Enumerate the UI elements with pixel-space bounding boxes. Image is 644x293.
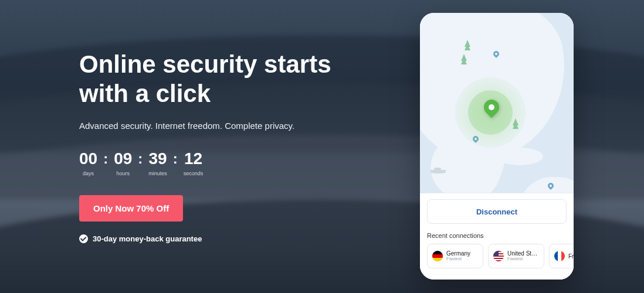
countdown-days-value: 00 [79,151,97,167]
countdown-minutes: 39 minutes [148,151,167,176]
guarantee-text: 30-day money-back guarantee [93,234,202,243]
connection-name: Fra [568,253,574,260]
countdown-separator: : [103,151,108,166]
countdown-separator: : [138,151,143,166]
connection-sub: Fastest [446,257,470,262]
countdown-separator: : [173,151,178,166]
boat-icon [431,170,446,173]
countdown-days: 00 days [79,151,97,176]
cta-button[interactable]: Only Now 70% Off [79,195,183,222]
recent-connections-row: Germany Fastest United St… Fastest Fra [427,244,567,268]
connection-item-germany[interactable]: Germany Fastest [427,244,483,268]
recent-connections-label: Recent connections [427,232,567,239]
tree-icon [465,40,470,47]
flag-france-icon [554,251,565,261]
flag-germany-icon [432,251,443,261]
connection-item-france[interactable]: Fra [549,244,574,268]
countdown-hours-label: hours [116,171,130,176]
countdown-seconds: 12 seconds [184,151,204,176]
countdown-hours: 09 hours [114,151,132,176]
connection-item-united-states[interactable]: United St… Fastest [488,244,544,268]
map-land [496,148,543,165]
tree-icon [461,54,467,61]
countdown-minutes-label: minutes [148,171,167,176]
connection-sub: Fastest [507,257,537,262]
flag-united-states-icon [493,251,504,261]
check-circle-icon [79,234,88,243]
connection-panel: Disconnect Recent connections Germany Fa… [420,193,574,280]
disconnect-button[interactable]: Disconnect [427,199,567,224]
phone-mock: Disconnect Recent connections Germany Fa… [420,13,574,280]
countdown-timer: 00 days : 09 hours : 39 minutes : 12 sec… [79,151,361,176]
guarantee-row: 30-day money-back guarantee [79,234,361,243]
hero-section: Online security starts with a click Adva… [79,50,361,243]
countdown-seconds-label: seconds [184,171,204,176]
countdown-seconds-value: 12 [184,151,202,167]
hero-subtitle: Advanced security. Internet freedom. Com… [79,121,361,131]
countdown-hours-value: 09 [114,151,132,167]
hero-title: Online security starts with a click [79,50,361,108]
countdown-minutes-value: 39 [148,151,167,167]
countdown-days-label: days [83,171,94,176]
